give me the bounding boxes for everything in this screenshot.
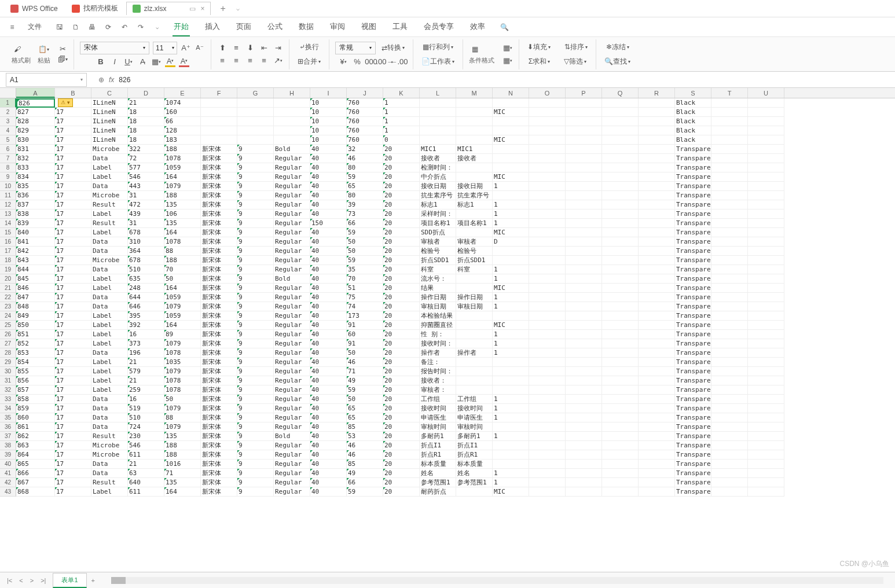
cell[interactable]: 9 [237,219,274,228]
cell[interactable]: 标志1 [456,200,493,210]
cell[interactable]: 9 [237,247,274,256]
cell[interactable]: 188 [164,450,201,460]
cell[interactable]: Regular [274,247,310,256]
cell[interactable] [711,163,748,172]
row-header[interactable]: 10 [0,182,16,191]
cell[interactable]: 829 [16,126,55,135]
cell[interactable]: 1 [383,117,420,126]
cell[interactable] [748,163,784,172]
cell[interactable] [493,154,529,163]
cell[interactable]: 577 [128,163,164,172]
cell[interactable]: Regular [274,395,310,404]
cell[interactable] [639,469,675,478]
cell[interactable]: 80 [347,191,383,200]
cell[interactable]: 65 [347,404,383,413]
cell[interactable]: 20 [383,330,420,339]
cell[interactable]: 40 [310,321,347,330]
cell[interactable] [602,311,639,321]
cell[interactable]: Transpare [675,487,711,497]
cell[interactable]: 724 [128,422,164,432]
column-header[interactable]: J [347,88,383,98]
horizontal-scrollbar[interactable] [111,577,883,584]
cell[interactable]: Transpare [675,293,711,302]
cell[interactable]: 新宋体 [201,210,237,219]
font-name-select[interactable]: 宋体▾ [80,42,149,54]
cell[interactable] [711,182,748,191]
cell[interactable]: 644 [128,293,164,302]
cell[interactable]: 1 [493,348,529,358]
cell[interactable]: 839 [16,219,55,228]
print-icon[interactable]: 🖶 [86,21,98,34]
cell[interactable]: 20 [383,228,420,237]
cell[interactable] [493,460,529,469]
cell[interactable] [639,228,675,237]
cell[interactable] [639,321,675,330]
cell[interactable] [529,311,566,321]
cell[interactable]: 635 [128,274,164,284]
cell[interactable]: 检验号 [420,247,456,256]
cell[interactable] [566,413,602,422]
cell[interactable] [711,441,748,450]
cell[interactable]: 新宋体 [201,172,237,182]
cell[interactable] [748,98,784,108]
menu-hamburger-icon[interactable]: ≡ [6,21,19,34]
cell[interactable]: 9 [237,441,274,450]
cell[interactable] [748,237,784,247]
cell[interactable]: 395 [128,311,164,321]
cell[interactable]: 新宋体 [201,395,237,404]
cell[interactable] [711,219,748,228]
cell[interactable] [602,367,639,376]
cell[interactable]: Data [91,182,128,191]
cell[interactable]: Regular [274,385,310,395]
wrap-button[interactable]: ⤶ 换行 [297,41,321,53]
cell[interactable]: 9 [237,385,274,395]
column-header[interactable]: S [675,88,711,98]
cell[interactable]: 新宋体 [201,265,237,274]
cell[interactable] [748,404,784,413]
cell[interactable]: 新宋体 [201,413,237,422]
cell[interactable] [529,339,566,348]
cell[interactable]: 流水号： [420,274,456,284]
cell[interactable]: 40 [310,441,347,450]
cell[interactable]: 折点R1 [420,450,456,460]
cell[interactable]: 188 [164,145,201,154]
cell[interactable] [456,385,493,395]
cell[interactable]: Data [91,395,128,404]
cell[interactable]: 16 [128,395,164,404]
cell[interactable] [566,311,602,321]
cell[interactable]: 20 [383,460,420,469]
cell[interactable]: Transpare [675,441,711,450]
orientation-icon[interactable]: ↗▾ [273,56,283,66]
cell[interactable]: 新宋体 [201,339,237,348]
cell[interactable] [602,441,639,450]
row-header[interactable]: 26 [0,330,16,339]
zoom-icon[interactable]: ⊕ [98,76,104,84]
cell[interactable]: 678 [128,228,164,237]
cell[interactable]: 报告时间： [420,367,456,376]
cell[interactable] [566,376,602,385]
cell[interactable]: 857 [16,385,55,395]
cell[interactable] [748,367,784,376]
cell[interactable]: 1059 [164,293,201,302]
cell[interactable]: 40 [310,330,347,339]
column-header[interactable]: F [201,88,237,98]
cell[interactable]: 854 [16,358,55,367]
cell[interactable]: 164 [164,284,201,293]
cell[interactable]: 新宋体 [201,441,237,450]
cell[interactable] [274,135,310,145]
cell[interactable]: 472 [128,200,164,210]
cell[interactable]: 20 [383,172,420,182]
cell[interactable] [639,376,675,385]
cell[interactable]: Transpare [675,191,711,200]
cell[interactable] [566,404,602,413]
column-header[interactable]: R [639,88,675,98]
cell[interactable] [456,330,493,339]
row-header[interactable]: 9 [0,172,16,182]
cell[interactable]: 40 [310,339,347,348]
cell[interactable] [456,358,493,367]
row-header[interactable]: 17 [0,247,16,256]
cell[interactable] [456,117,493,126]
cell[interactable]: 新宋体 [201,367,237,376]
cell[interactable]: 项目名称1 [456,219,493,228]
cell[interactable]: 审核者 [420,237,456,247]
